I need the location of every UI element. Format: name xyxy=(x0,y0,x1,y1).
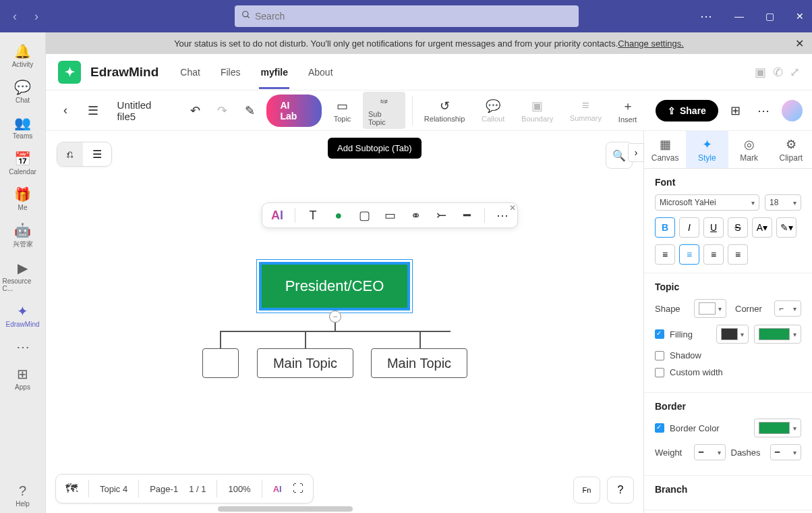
sp-tab-mark[interactable]: ◎Mark xyxy=(728,131,770,168)
panel-collapse-button[interactable]: › xyxy=(628,143,644,162)
sp-tab-clipart[interactable]: ⚙Clipart xyxy=(770,131,812,168)
banner-close-icon[interactable]: ✕ xyxy=(795,37,804,50)
relationship-button[interactable]: ↺Relationship xyxy=(419,96,470,126)
font-size-select[interactable]: 18 xyxy=(765,194,801,211)
insert-button[interactable]: ＋Insert xyxy=(613,95,642,126)
node-child-2[interactable]: Main Topic xyxy=(257,348,353,378)
rail-more[interactable]: ⋯ xyxy=(3,333,43,360)
shadow-checkbox[interactable] xyxy=(655,351,664,360)
fn-button[interactable]: Fn xyxy=(573,477,600,504)
ai-badge[interactable]: AI xyxy=(273,484,282,494)
format-painter-button[interactable]: ✎ xyxy=(239,101,260,121)
rail-calendar[interactable]: 📅Calendar xyxy=(3,145,43,181)
underline-button[interactable]: U xyxy=(703,217,724,238)
align-center-button[interactable]: ≡ xyxy=(679,244,699,265)
font-family-select[interactable]: Microsoft YaHei xyxy=(655,194,759,211)
rail-help[interactable]: ?Help xyxy=(3,478,43,513)
fill-color1-select[interactable] xyxy=(716,325,749,344)
rail-me[interactable]: 🎁Me xyxy=(3,181,43,217)
text-icon[interactable]: T xyxy=(305,207,321,223)
back-button[interactable]: ‹ xyxy=(55,101,76,120)
border-color-select[interactable] xyxy=(754,418,801,437)
ai-icon[interactable]: AI xyxy=(269,207,285,223)
mini-close-icon[interactable]: ✕ xyxy=(506,202,519,214)
sp-tab-canvas[interactable]: ▦Canvas xyxy=(644,131,686,168)
boundary-button[interactable]: ▣Boundary xyxy=(517,96,558,126)
tab-chat[interactable]: Chat xyxy=(175,55,206,89)
border-icon[interactable]: ▭ xyxy=(382,207,398,223)
rail-resource[interactable]: ▶Resource C... xyxy=(3,254,43,298)
video-icon[interactable]: ▣ xyxy=(755,65,766,80)
fill-color2-select[interactable] xyxy=(754,325,801,344)
topic-button[interactable]: ▭Topic xyxy=(328,96,356,126)
fullscreen-icon[interactable]: ⛶ xyxy=(293,483,303,495)
nav-back[interactable]: ‹ xyxy=(5,7,24,26)
window-minimize[interactable]: ― xyxy=(732,11,746,22)
corner-select[interactable]: ⌐ xyxy=(774,300,801,317)
canvas[interactable]: ⎌ ☰ 🔍 › Add Subtopic (Tab) AI T ● ▢ ▭ ⚭ … xyxy=(46,131,643,513)
rail-apps[interactable]: ⊞Apps xyxy=(3,360,43,396)
redo-button[interactable]: ↷ xyxy=(212,101,233,121)
collapse-handle[interactable]: − xyxy=(329,310,341,323)
custom-width-checkbox[interactable] xyxy=(655,368,664,377)
shape-icon[interactable]: ▢ xyxy=(356,207,372,223)
bold-button[interactable]: B xyxy=(655,217,675,238)
callout-button[interactable]: 💬Callout xyxy=(477,96,510,126)
align-left-button[interactable]: ≡ xyxy=(655,244,675,265)
window-maximize[interactable]: ▢ xyxy=(763,11,776,22)
summary-button[interactable]: ≡Summary xyxy=(565,96,607,125)
italic-button[interactable]: I xyxy=(679,217,699,238)
search-input[interactable] xyxy=(255,11,572,22)
toolbar-more[interactable]: ⋯ xyxy=(752,101,774,121)
map-icon[interactable]: 🗺 xyxy=(65,482,78,496)
view-mindmap[interactable]: ⎌ xyxy=(57,142,83,166)
rail-chat[interactable]: 💬Chat xyxy=(3,74,43,109)
fill-color-icon[interactable]: ● xyxy=(330,207,347,223)
nav-forward[interactable]: › xyxy=(27,7,46,26)
node-child-3[interactable]: Main Topic xyxy=(371,348,467,378)
window-close[interactable]: ✕ xyxy=(793,11,807,22)
link-icon[interactable]: ⚭ xyxy=(407,207,424,223)
callout-label: Callout xyxy=(482,115,504,123)
strike-button[interactable]: S xyxy=(728,217,748,238)
weight-select[interactable]: ━ xyxy=(694,444,726,460)
subtopic-button[interactable]: ⎃Sub Topic xyxy=(363,92,405,129)
node-root[interactable]: President/CEO xyxy=(259,262,410,310)
rail-edrawmind[interactable]: ✦EdrawMind xyxy=(3,298,43,333)
banner-link[interactable]: Change settings. xyxy=(618,38,684,49)
align-justify-button[interactable]: ≡ xyxy=(728,244,748,265)
align-right-button[interactable]: ≡ xyxy=(703,244,724,265)
grid-button[interactable]: ⊞ xyxy=(725,101,746,121)
undo-button[interactable]: ↶ xyxy=(185,101,206,121)
rail-label: 兴管家 xyxy=(13,240,33,249)
page-name[interactable]: Page-1 xyxy=(150,484,178,494)
dashes-select[interactable]: ━ xyxy=(770,444,802,460)
shape-select[interactable] xyxy=(694,299,726,318)
node-child-1[interactable] xyxy=(202,348,239,378)
tab-myfile[interactable]: myfile xyxy=(255,55,293,89)
filling-checkbox[interactable] xyxy=(655,329,664,339)
rail-teams[interactable]: 👥Teams xyxy=(3,109,43,145)
branch-icon[interactable]: ⤚ xyxy=(433,207,449,223)
user-avatar[interactable] xyxy=(782,100,803,122)
search-box[interactable] xyxy=(235,5,579,27)
view-outline[interactable]: ☰ xyxy=(83,142,111,166)
rail-activity[interactable]: 🔔Activity xyxy=(3,38,43,74)
border-color-checkbox[interactable] xyxy=(655,423,664,433)
text-color-button[interactable]: A▾ xyxy=(752,217,772,238)
popout-icon[interactable]: ⤢ xyxy=(790,65,800,80)
share-button[interactable]: ⇪Share xyxy=(656,100,718,122)
zoom-level[interactable]: 100% xyxy=(228,484,250,494)
rail-xingguanjia[interactable]: 🤖兴管家 xyxy=(3,217,43,254)
tab-files[interactable]: Files xyxy=(215,55,246,89)
help-button[interactable]: ? xyxy=(607,477,634,504)
highlight-button[interactable]: ✎▾ xyxy=(776,217,796,238)
ai-lab-button[interactable]: AI Lab xyxy=(266,94,322,127)
call-icon[interactable]: ✆ xyxy=(773,65,783,80)
line-style-icon[interactable]: ━ xyxy=(459,207,475,223)
tab-about[interactable]: About xyxy=(303,55,339,89)
sp-tab-style[interactable]: ✦Style xyxy=(686,131,728,168)
menu-button[interactable]: ☰ xyxy=(82,101,104,121)
horizontal-scrollbar[interactable] xyxy=(218,506,353,512)
titlebar-more-icon[interactable]: ⋯ xyxy=(700,9,712,24)
